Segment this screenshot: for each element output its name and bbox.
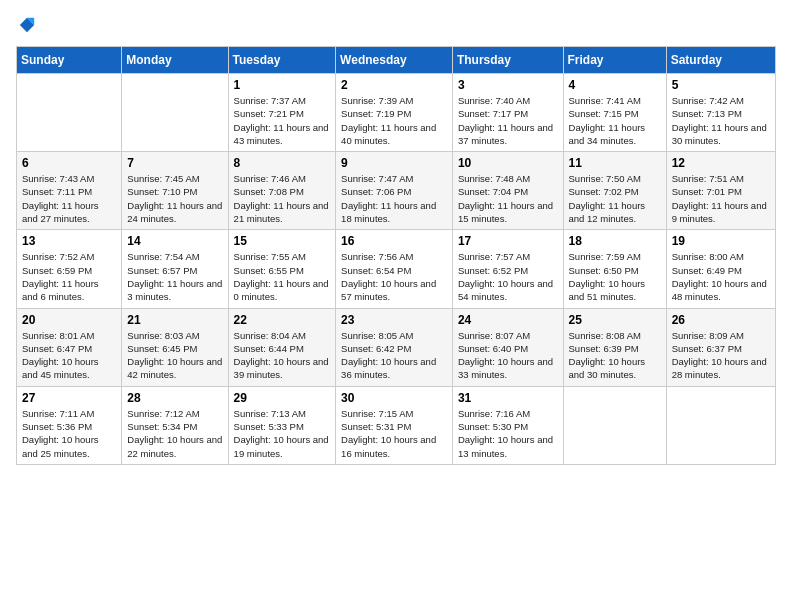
day-info: Sunrise: 7:40 AM Sunset: 7:17 PM Dayligh… bbox=[458, 94, 558, 147]
day-number: 12 bbox=[672, 156, 770, 170]
weekday-header-friday: Friday bbox=[563, 47, 666, 74]
day-info: Sunrise: 8:03 AM Sunset: 6:45 PM Dayligh… bbox=[127, 329, 222, 382]
day-info: Sunrise: 7:47 AM Sunset: 7:06 PM Dayligh… bbox=[341, 172, 447, 225]
day-info: Sunrise: 7:54 AM Sunset: 6:57 PM Dayligh… bbox=[127, 250, 222, 303]
day-number: 24 bbox=[458, 313, 558, 327]
day-number: 4 bbox=[569, 78, 661, 92]
calendar-cell: 9Sunrise: 7:47 AM Sunset: 7:06 PM Daylig… bbox=[336, 152, 453, 230]
calendar-cell: 10Sunrise: 7:48 AM Sunset: 7:04 PM Dayli… bbox=[452, 152, 563, 230]
calendar-cell bbox=[17, 74, 122, 152]
calendar-cell bbox=[122, 74, 228, 152]
week-row-3: 13Sunrise: 7:52 AM Sunset: 6:59 PM Dayli… bbox=[17, 230, 776, 308]
day-number: 31 bbox=[458, 391, 558, 405]
weekday-header-saturday: Saturday bbox=[666, 47, 775, 74]
day-number: 3 bbox=[458, 78, 558, 92]
day-info: Sunrise: 7:56 AM Sunset: 6:54 PM Dayligh… bbox=[341, 250, 447, 303]
day-info: Sunrise: 7:55 AM Sunset: 6:55 PM Dayligh… bbox=[234, 250, 331, 303]
day-number: 13 bbox=[22, 234, 116, 248]
weekday-header-wednesday: Wednesday bbox=[336, 47, 453, 74]
calendar-cell: 5Sunrise: 7:42 AM Sunset: 7:13 PM Daylig… bbox=[666, 74, 775, 152]
calendar-cell: 22Sunrise: 8:04 AM Sunset: 6:44 PM Dayli… bbox=[228, 308, 336, 386]
day-number: 21 bbox=[127, 313, 222, 327]
day-number: 5 bbox=[672, 78, 770, 92]
day-info: Sunrise: 8:07 AM Sunset: 6:40 PM Dayligh… bbox=[458, 329, 558, 382]
calendar-cell: 30Sunrise: 7:15 AM Sunset: 5:31 PM Dayli… bbox=[336, 386, 453, 464]
day-number: 30 bbox=[341, 391, 447, 405]
day-info: Sunrise: 7:57 AM Sunset: 6:52 PM Dayligh… bbox=[458, 250, 558, 303]
day-info: Sunrise: 8:05 AM Sunset: 6:42 PM Dayligh… bbox=[341, 329, 447, 382]
day-info: Sunrise: 7:12 AM Sunset: 5:34 PM Dayligh… bbox=[127, 407, 222, 460]
week-row-4: 20Sunrise: 8:01 AM Sunset: 6:47 PM Dayli… bbox=[17, 308, 776, 386]
calendar-cell: 25Sunrise: 8:08 AM Sunset: 6:39 PM Dayli… bbox=[563, 308, 666, 386]
day-number: 1 bbox=[234, 78, 331, 92]
day-number: 20 bbox=[22, 313, 116, 327]
weekday-header-tuesday: Tuesday bbox=[228, 47, 336, 74]
calendar-cell: 17Sunrise: 7:57 AM Sunset: 6:52 PM Dayli… bbox=[452, 230, 563, 308]
week-row-1: 1Sunrise: 7:37 AM Sunset: 7:21 PM Daylig… bbox=[17, 74, 776, 152]
day-info: Sunrise: 7:46 AM Sunset: 7:08 PM Dayligh… bbox=[234, 172, 331, 225]
day-number: 29 bbox=[234, 391, 331, 405]
logo bbox=[16, 16, 36, 34]
day-number: 11 bbox=[569, 156, 661, 170]
calendar-cell: 1Sunrise: 7:37 AM Sunset: 7:21 PM Daylig… bbox=[228, 74, 336, 152]
day-info: Sunrise: 7:51 AM Sunset: 7:01 PM Dayligh… bbox=[672, 172, 770, 225]
calendar-cell: 2Sunrise: 7:39 AM Sunset: 7:19 PM Daylig… bbox=[336, 74, 453, 152]
calendar-cell: 26Sunrise: 8:09 AM Sunset: 6:37 PM Dayli… bbox=[666, 308, 775, 386]
day-info: Sunrise: 7:16 AM Sunset: 5:30 PM Dayligh… bbox=[458, 407, 558, 460]
calendar-cell: 12Sunrise: 7:51 AM Sunset: 7:01 PM Dayli… bbox=[666, 152, 775, 230]
day-number: 10 bbox=[458, 156, 558, 170]
day-number: 15 bbox=[234, 234, 331, 248]
logo-icon bbox=[18, 16, 36, 34]
day-info: Sunrise: 7:11 AM Sunset: 5:36 PM Dayligh… bbox=[22, 407, 116, 460]
calendar-table: SundayMondayTuesdayWednesdayThursdayFrid… bbox=[16, 46, 776, 465]
calendar-cell: 15Sunrise: 7:55 AM Sunset: 6:55 PM Dayli… bbox=[228, 230, 336, 308]
day-number: 6 bbox=[22, 156, 116, 170]
day-number: 26 bbox=[672, 313, 770, 327]
day-info: Sunrise: 7:45 AM Sunset: 7:10 PM Dayligh… bbox=[127, 172, 222, 225]
day-number: 9 bbox=[341, 156, 447, 170]
calendar-cell: 20Sunrise: 8:01 AM Sunset: 6:47 PM Dayli… bbox=[17, 308, 122, 386]
weekday-header-monday: Monday bbox=[122, 47, 228, 74]
header bbox=[16, 16, 776, 34]
calendar-cell: 13Sunrise: 7:52 AM Sunset: 6:59 PM Dayli… bbox=[17, 230, 122, 308]
week-row-2: 6Sunrise: 7:43 AM Sunset: 7:11 PM Daylig… bbox=[17, 152, 776, 230]
day-number: 23 bbox=[341, 313, 447, 327]
day-info: Sunrise: 7:48 AM Sunset: 7:04 PM Dayligh… bbox=[458, 172, 558, 225]
day-number: 16 bbox=[341, 234, 447, 248]
weekday-header-thursday: Thursday bbox=[452, 47, 563, 74]
day-number: 18 bbox=[569, 234, 661, 248]
calendar-cell bbox=[563, 386, 666, 464]
day-number: 28 bbox=[127, 391, 222, 405]
day-number: 14 bbox=[127, 234, 222, 248]
day-info: Sunrise: 7:42 AM Sunset: 7:13 PM Dayligh… bbox=[672, 94, 770, 147]
day-info: Sunrise: 7:41 AM Sunset: 7:15 PM Dayligh… bbox=[569, 94, 661, 147]
calendar-cell: 23Sunrise: 8:05 AM Sunset: 6:42 PM Dayli… bbox=[336, 308, 453, 386]
calendar-cell: 14Sunrise: 7:54 AM Sunset: 6:57 PM Dayli… bbox=[122, 230, 228, 308]
day-number: 19 bbox=[672, 234, 770, 248]
calendar-cell: 29Sunrise: 7:13 AM Sunset: 5:33 PM Dayli… bbox=[228, 386, 336, 464]
day-number: 7 bbox=[127, 156, 222, 170]
day-number: 17 bbox=[458, 234, 558, 248]
day-info: Sunrise: 7:50 AM Sunset: 7:02 PM Dayligh… bbox=[569, 172, 661, 225]
day-info: Sunrise: 8:04 AM Sunset: 6:44 PM Dayligh… bbox=[234, 329, 331, 382]
day-info: Sunrise: 7:59 AM Sunset: 6:50 PM Dayligh… bbox=[569, 250, 661, 303]
calendar-cell: 21Sunrise: 8:03 AM Sunset: 6:45 PM Dayli… bbox=[122, 308, 228, 386]
day-number: 25 bbox=[569, 313, 661, 327]
day-info: Sunrise: 8:00 AM Sunset: 6:49 PM Dayligh… bbox=[672, 250, 770, 303]
day-info: Sunrise: 8:08 AM Sunset: 6:39 PM Dayligh… bbox=[569, 329, 661, 382]
day-number: 8 bbox=[234, 156, 331, 170]
calendar-cell: 6Sunrise: 7:43 AM Sunset: 7:11 PM Daylig… bbox=[17, 152, 122, 230]
calendar-cell: 24Sunrise: 8:07 AM Sunset: 6:40 PM Dayli… bbox=[452, 308, 563, 386]
calendar-cell: 28Sunrise: 7:12 AM Sunset: 5:34 PM Dayli… bbox=[122, 386, 228, 464]
day-info: Sunrise: 7:39 AM Sunset: 7:19 PM Dayligh… bbox=[341, 94, 447, 147]
calendar-cell: 27Sunrise: 7:11 AM Sunset: 5:36 PM Dayli… bbox=[17, 386, 122, 464]
calendar-cell: 16Sunrise: 7:56 AM Sunset: 6:54 PM Dayli… bbox=[336, 230, 453, 308]
day-info: Sunrise: 8:01 AM Sunset: 6:47 PM Dayligh… bbox=[22, 329, 116, 382]
calendar-cell: 4Sunrise: 7:41 AM Sunset: 7:15 PM Daylig… bbox=[563, 74, 666, 152]
day-number: 2 bbox=[341, 78, 447, 92]
week-row-5: 27Sunrise: 7:11 AM Sunset: 5:36 PM Dayli… bbox=[17, 386, 776, 464]
calendar-cell: 19Sunrise: 8:00 AM Sunset: 6:49 PM Dayli… bbox=[666, 230, 775, 308]
day-info: Sunrise: 7:43 AM Sunset: 7:11 PM Dayligh… bbox=[22, 172, 116, 225]
calendar-cell: 8Sunrise: 7:46 AM Sunset: 7:08 PM Daylig… bbox=[228, 152, 336, 230]
day-number: 27 bbox=[22, 391, 116, 405]
